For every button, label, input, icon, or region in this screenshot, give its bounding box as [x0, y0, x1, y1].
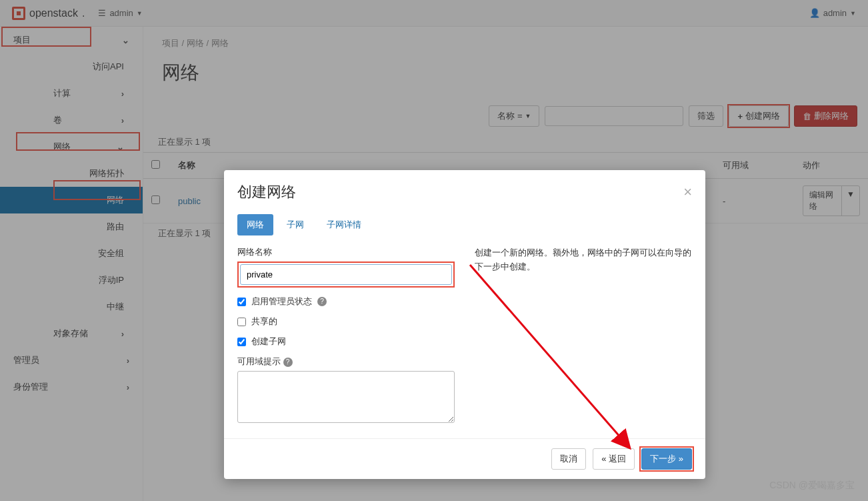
- tab-subnet[interactable]: 子网: [277, 214, 313, 235]
- back-button[interactable]: « 返回: [593, 448, 635, 470]
- label-az-hint: 可用域提示 ?: [237, 356, 455, 368]
- shared-checkbox[interactable]: [237, 318, 246, 326]
- label-network-name: 网络名称: [237, 246, 455, 258]
- watermark: CSDN @爱喝嘉多宝: [769, 480, 855, 492]
- modal-title: 创建网络: [237, 182, 296, 202]
- close-icon[interactable]: ×: [683, 183, 692, 201]
- create-subnet-checkbox[interactable]: [237, 338, 246, 346]
- label-admin-state: 启用管理员状态: [251, 296, 312, 308]
- label-create-subnet: 创建子网: [251, 336, 286, 348]
- tab-network[interactable]: 网络: [237, 214, 273, 235]
- az-hint-textarea[interactable]: [237, 371, 455, 423]
- network-name-input[interactable]: [240, 264, 452, 285]
- modal-helptext: 创建一个新的网络。额外地，网络中的子网可以在向导的下一步中创建。: [475, 245, 692, 425]
- create-network-modal: 创建网络 × 网络 子网 子网详情 网络名称 启用管理员状态 ? 共享的 创建子…: [224, 170, 705, 479]
- label-shared: 共享的: [251, 316, 277, 328]
- help-icon[interactable]: ?: [283, 358, 293, 367]
- cancel-button[interactable]: 取消: [551, 448, 586, 470]
- modal-tabs: 网络 子网 子网详情: [224, 214, 705, 245]
- tab-subnet-detail[interactable]: 子网详情: [317, 214, 371, 235]
- help-icon[interactable]: ?: [317, 297, 327, 306]
- next-button[interactable]: 下一步 »: [641, 448, 692, 470]
- admin-state-checkbox[interactable]: [237, 298, 246, 306]
